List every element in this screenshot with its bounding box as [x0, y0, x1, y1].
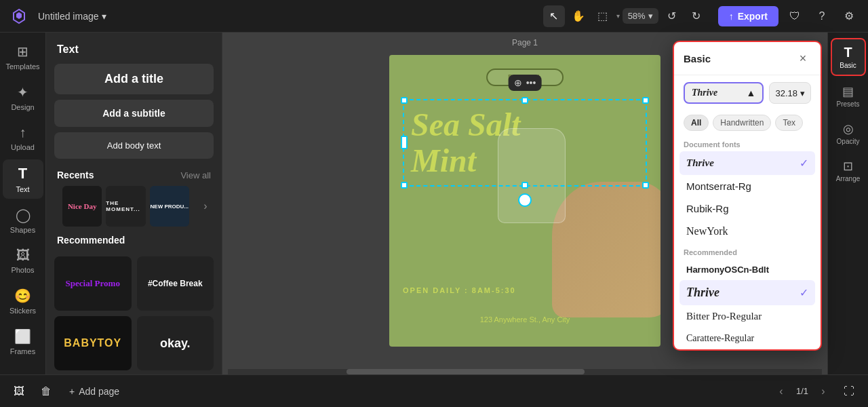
- file-info[interactable]: Untitled image ▾: [38, 11, 106, 22]
- selection-handle-b[interactable]: [521, 182, 528, 189]
- frame-tool[interactable]: ⬚: [592, 5, 614, 27]
- more-icon: ▾: [20, 369, 26, 374]
- recent-label-1: THE MOMENT...: [106, 200, 145, 212]
- font-item-rubik[interactable]: Rubik-Rg: [679, 197, 815, 220]
- rec-item-0[interactable]: Special Promo: [54, 256, 132, 311]
- mini-toolbar: ⊕ •••: [509, 75, 542, 91]
- sidebar-item-shapes-label: Shapes: [10, 226, 35, 234]
- add-body-button[interactable]: Add body text: [54, 132, 214, 159]
- right-item-presets-label: Presets: [837, 100, 860, 108]
- font-check-thrive2: ✓: [800, 286, 808, 299]
- frames-icon: ⬜: [14, 328, 31, 345]
- sidebar-item-photos[interactable]: 🖼 Photos: [3, 242, 43, 279]
- shield-icon-btn[interactable]: 🛡: [784, 5, 806, 27]
- export-button[interactable]: ↑ Export: [718, 6, 778, 26]
- file-dropdown-icon[interactable]: ▾: [102, 11, 106, 22]
- recommended-section-header: Recommended: [46, 227, 222, 251]
- font-item-carattere[interactable]: Carattere-Regular: [679, 328, 815, 349]
- bottom-nav: ‹ 1/1 › ⛶: [772, 381, 860, 402]
- font-size-dropdown[interactable]: 32.18 ▾: [769, 82, 811, 104]
- rec-item-3[interactable]: okay.: [137, 316, 214, 370]
- font-item-harmony[interactable]: HarmonyOSCn-Bdlt: [679, 259, 815, 280]
- canvas-image[interactable]: DRINK ⊕ •••: [389, 55, 660, 347]
- redo-button[interactable]: ↻: [686, 5, 707, 27]
- prev-page-button[interactable]: ‹: [772, 382, 791, 401]
- upload-icon: ↑: [729, 11, 734, 22]
- sidebar-item-photos-label: Photos: [11, 266, 34, 274]
- recents-arrow[interactable]: ›: [197, 198, 214, 214]
- cursor-tool[interactable]: ↖: [543, 5, 565, 27]
- hand-tool[interactable]: ✋: [568, 5, 589, 27]
- sidebar-item-stickers[interactable]: 😊 Stickers: [3, 282, 43, 320]
- font-dropdown-chevron: ▲: [747, 88, 756, 98]
- right-item-presets[interactable]: ▤ Presets: [831, 79, 866, 113]
- file-name: Untitled image: [38, 11, 99, 22]
- filter-all[interactable]: All: [684, 115, 709, 131]
- sidebar-item-templates[interactable]: ⊞ Templates: [3, 38, 43, 76]
- font-item-thrive2[interactable]: Thrive ✓: [679, 280, 815, 305]
- right-item-opacity-label: Opacity: [837, 138, 860, 145]
- undo-button[interactable]: ↺: [661, 5, 683, 27]
- settings-button[interactable]: ⚙: [838, 5, 860, 27]
- sidebar-item-text[interactable]: T Text: [3, 159, 43, 199]
- add-title-button[interactable]: Add a title: [54, 64, 214, 94]
- font-name-thrive2: Thrive: [686, 286, 719, 300]
- add-page-button[interactable]: + Add page: [62, 383, 126, 400]
- more-options-button[interactable]: •••: [526, 77, 536, 88]
- recent-item-0[interactable]: Nice Day: [62, 186, 102, 227]
- selection-handle-l[interactable]: [401, 100, 408, 185]
- recent-item-2[interactable]: NEW PRODU...: [150, 186, 189, 227]
- sidebar-item-design[interactable]: ✦ Design: [3, 79, 43, 117]
- selected-font-name: Thrive: [692, 88, 717, 98]
- help-button[interactable]: ?: [811, 5, 833, 27]
- font-name-thrive: Thrive: [686, 157, 714, 169]
- arrange-icon: ⊡: [843, 159, 853, 174]
- upload-icon: ↑: [20, 125, 26, 140]
- rec-label-3: okay.: [160, 336, 191, 351]
- sidebar-item-more[interactable]: ▾: [3, 364, 43, 374]
- add-page-icon: +: [69, 386, 75, 397]
- right-item-basic[interactable]: T Basic: [831, 38, 866, 76]
- photos-icon: 🖼: [16, 248, 30, 263]
- selection-handle-t[interactable]: [521, 97, 528, 104]
- rotation-handle[interactable]: ↻: [518, 193, 532, 207]
- next-page-button[interactable]: ›: [814, 382, 833, 401]
- text-selection-box[interactable]: ⊕ •••: [403, 99, 647, 187]
- selection-handle-tr[interactable]: [642, 97, 649, 104]
- stickers-icon: 😊: [14, 288, 31, 304]
- font-family-dropdown[interactable]: Thrive ▲: [684, 82, 764, 104]
- font-picker-close-button[interactable]: ×: [795, 50, 811, 66]
- right-item-opacity[interactable]: ◎ Opacity: [831, 116, 866, 151]
- sidebar-item-text-label: Text: [16, 185, 29, 193]
- presets-icon: ▤: [842, 84, 854, 99]
- view-all-link[interactable]: View all: [180, 170, 211, 180]
- sidebar-item-shapes[interactable]: ◯ Shapes: [3, 201, 43, 239]
- add-subtitle-button[interactable]: Add a subtitle: [54, 100, 214, 127]
- font-item-thrive[interactable]: Thrive ✓: [679, 151, 815, 175]
- font-size-chevron: ▾: [800, 88, 805, 98]
- scrollbar-thumb[interactable]: [347, 369, 584, 374]
- filter-handwritten[interactable]: Handwritten: [713, 115, 771, 131]
- bottom-image-btn[interactable]: 🖼: [8, 381, 30, 402]
- text-panel: Text Add a title Add a subtitle Add body…: [46, 33, 222, 374]
- rec-item-2[interactable]: BABYTOY: [54, 316, 132, 370]
- font-item-montserrat[interactable]: Montserrat-Rg: [679, 175, 815, 197]
- recent-item-1[interactable]: THE MOMENT...: [106, 186, 145, 227]
- frame-dropdown-icon[interactable]: ▾: [616, 12, 620, 20]
- font-item-bitter[interactable]: Bitter Pro-Regular: [679, 305, 815, 328]
- horizontal-scrollbar[interactable]: [228, 369, 822, 374]
- copy-style-button[interactable]: ⊕: [514, 77, 522, 88]
- zoom-control[interactable]: 58% ▾: [623, 8, 658, 24]
- sidebar-item-frames[interactable]: ⬜ Frames: [3, 323, 43, 361]
- app-logo[interactable]: [8, 5, 30, 27]
- selection-handle-br[interactable]: [642, 182, 649, 189]
- rec-item-1[interactable]: #Coffee Break: [137, 256, 214, 311]
- filter-tex[interactable]: Tex: [775, 115, 803, 131]
- fullscreen-button[interactable]: ⛶: [838, 381, 860, 402]
- sidebar-item-upload[interactable]: ↑ Upload: [3, 119, 43, 157]
- templates-icon: ⊞: [17, 43, 28, 60]
- right-item-arrange[interactable]: ⊡ Arrange: [831, 153, 866, 188]
- bottom-delete-btn[interactable]: 🗑: [35, 381, 57, 402]
- panel-title: Text: [46, 33, 222, 61]
- font-item-newyork[interactable]: NewYork: [679, 220, 815, 243]
